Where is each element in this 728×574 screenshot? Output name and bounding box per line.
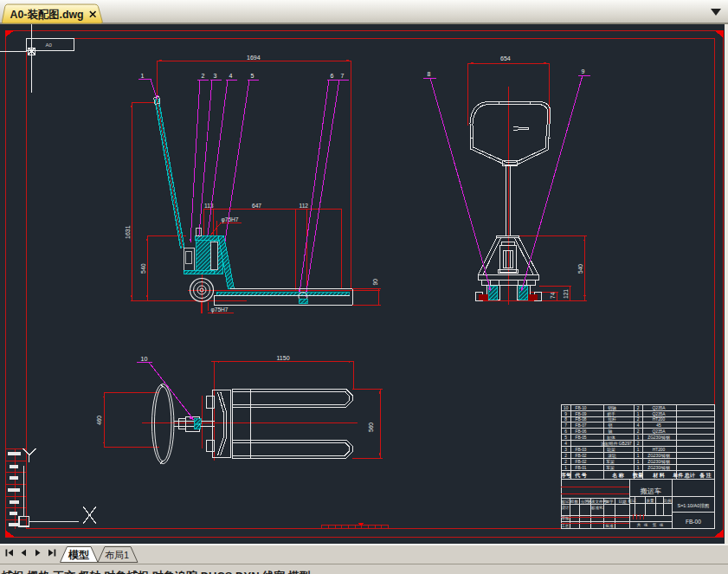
svg-text:处数: 处数 (570, 499, 579, 504)
svg-text:批准: 批准 (605, 524, 615, 528)
svg-text:45: 45 (656, 423, 661, 428)
svg-text:质量: 质量 (647, 499, 655, 503)
svg-text:材 料: 材 料 (652, 472, 665, 479)
svg-text:标准化: 标准化 (590, 505, 603, 511)
svg-text:Q235A: Q235A (653, 412, 667, 416)
svg-text:滚轮: 滚轮 (608, 453, 616, 459)
svg-text:设计: 设计 (562, 505, 570, 510)
svg-text:1: 1 (637, 460, 640, 464)
svg-text:121: 121 (563, 289, 569, 299)
svg-text:7: 7 (564, 423, 567, 428)
svg-text:FB-00: FB-00 (686, 519, 701, 525)
svg-text:3: 3 (214, 73, 217, 79)
svg-text:1: 1 (637, 435, 640, 440)
svg-text:审核: 审核 (562, 516, 570, 520)
svg-text:FB-09: FB-09 (575, 412, 586, 416)
svg-text:备 注: 备 注 (699, 472, 712, 479)
svg-text:2: 2 (637, 429, 640, 434)
svg-text:1694: 1694 (247, 55, 261, 61)
svg-text:拉杆: 拉杆 (608, 417, 616, 422)
svg-text:车架: 车架 (606, 459, 615, 464)
svg-text:3: 3 (564, 448, 567, 452)
svg-text:A0-装配图.dwg: A0-装配图.dwg (10, 9, 84, 21)
svg-text:90: 90 (372, 279, 378, 286)
svg-text:654: 654 (500, 55, 511, 61)
svg-text:缸体: 缸体 (607, 435, 615, 440)
svg-text:4: 4 (637, 423, 640, 428)
svg-text:1631: 1631 (125, 225, 131, 239)
svg-text:ZG230/铸钢: ZG230/铸钢 (647, 435, 670, 440)
svg-text:序号: 序号 (560, 472, 571, 479)
svg-text:5: 5 (564, 435, 567, 440)
svg-text:1: 1 (637, 412, 640, 416)
svg-text:2: 2 (202, 73, 205, 79)
svg-text:ZG230/铸钢: ZG230/铸钢 (647, 459, 670, 464)
svg-text:搬运车: 搬运车 (641, 487, 661, 495)
svg-text:540: 540 (140, 263, 146, 274)
svg-text:名 称: 名 称 (611, 472, 625, 479)
svg-text:8: 8 (564, 417, 567, 422)
svg-text:1150: 1150 (277, 355, 290, 361)
svg-text:布局1: 布局1 (105, 550, 129, 560)
svg-text:647: 647 (252, 203, 261, 209)
svg-text:540: 540 (577, 264, 583, 274)
svg-text:FB-10: FB-10 (575, 406, 586, 410)
svg-text:销轴: 销轴 (608, 405, 616, 411)
svg-text:HT200: HT200 (653, 417, 666, 422)
svg-text:112: 112 (300, 203, 309, 209)
svg-text:2: 2 (637, 442, 640, 446)
svg-text:A0: A0 (46, 42, 53, 48)
svg-text:标记: 标记 (628, 498, 637, 504)
svg-text:6: 6 (564, 429, 567, 434)
svg-text:把手: 把手 (607, 411, 615, 417)
svg-text:FB-02: FB-02 (575, 454, 586, 458)
svg-text:8: 8 (428, 71, 431, 77)
svg-text:7: 7 (341, 73, 345, 79)
svg-text:10: 10 (141, 356, 148, 362)
svg-text:4: 4 (564, 442, 567, 446)
svg-text:S=1:10/A0排图: S=1:10/A0排图 (677, 503, 709, 509)
svg-text:标记: 标记 (561, 499, 570, 505)
svg-text:车架: 车架 (606, 465, 615, 470)
svg-text:6: 6 (331, 73, 334, 79)
svg-text:代 号: 代 号 (574, 472, 587, 479)
svg-text:单件 总计: 单件 总计 (672, 472, 696, 479)
svg-text:4: 4 (229, 73, 233, 79)
svg-text:签字: 签字 (606, 500, 615, 504)
svg-text:FB-07: FB-07 (575, 423, 586, 428)
svg-text:2: 2 (637, 406, 640, 410)
svg-text:模型: 模型 (68, 549, 89, 561)
svg-text:第: 第 (653, 523, 657, 527)
svg-text:1: 1 (637, 466, 640, 470)
svg-text:10: 10 (564, 406, 569, 410)
svg-text:数量: 数量 (632, 472, 643, 479)
svg-text:张: 张 (644, 523, 648, 527)
svg-text:1: 1 (637, 454, 640, 458)
svg-text:销: 销 (609, 422, 613, 428)
svg-text:共: 共 (637, 523, 641, 527)
svg-text:5: 5 (251, 73, 254, 79)
svg-text:Q235A: Q235A (653, 429, 667, 434)
svg-text:9: 9 (564, 412, 567, 416)
svg-text:φ75H7: φ75H7 (222, 216, 239, 223)
svg-text:9: 9 (582, 68, 585, 74)
svg-text:工艺: 工艺 (562, 523, 570, 528)
svg-text:1: 1 (141, 73, 145, 79)
svg-text:FB-06: FB-06 (575, 429, 586, 434)
svg-text:2: 2 (564, 460, 567, 464)
svg-text:FB-08: FB-08 (575, 417, 586, 422)
svg-text:460: 460 (96, 416, 102, 425)
svg-text:560: 560 (368, 422, 374, 432)
svg-text:FB-03: FB-03 (575, 448, 586, 452)
svg-text:FB-01: FB-01 (575, 466, 586, 470)
svg-text:2: 2 (564, 454, 567, 458)
svg-text:FB-02: FB-02 (575, 460, 586, 464)
svg-text:更改文件号: 更改文件号 (587, 499, 607, 504)
svg-text:1: 1 (564, 466, 567, 470)
svg-text:ZG230/铸钢: ZG230/铸钢 (647, 465, 670, 470)
svg-text:FB-05: FB-05 (575, 435, 586, 440)
svg-text:日期: 日期 (619, 500, 628, 504)
svg-text:Q235A: Q235A (653, 406, 667, 410)
svg-text:1: 1 (637, 448, 640, 452)
svg-text:ZG230/铸钢: ZG230/铸钢 (647, 453, 670, 458)
